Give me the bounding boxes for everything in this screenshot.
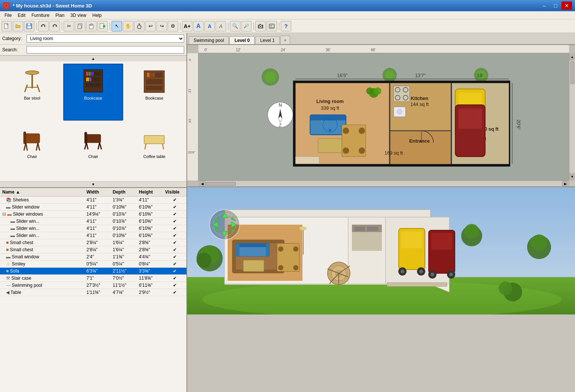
menu-plan[interactable]: Plan	[52, 12, 67, 19]
list-row-small-chest-1[interactable]: ■ Small chest 2'8¼" 1'6¼" 2'8⅝" ✔	[0, 239, 186, 246]
svg-rect-24	[270, 25, 272, 26]
svg-line-29	[37, 85, 40, 92]
search-input[interactable]	[27, 46, 184, 54]
category-select[interactable]: Living room Bedroom Kitchen Bathroom	[27, 34, 184, 43]
open-button[interactable]	[13, 21, 23, 31]
list-row-small-chest-2[interactable]: ■ Small chest 2'8¼" 1'6¼" 2'8⅝" ✔	[0, 246, 186, 253]
plan-scrollbar-h[interactable]: ◀ ▶	[198, 180, 569, 186]
plan-view: 0' 12' 24' 36' 48' 0' 12' 24' 20'6"	[187, 45, 575, 187]
scroll-down-btn[interactable]: ▼	[569, 173, 575, 180]
svg-rect-77	[390, 131, 451, 164]
row-visible-shelves[interactable]: ✔	[164, 197, 185, 203]
row-height-shelves: 4'11"	[138, 197, 164, 203]
list-row-table[interactable]: ◀ Table 1'11⅝" 4'7⅛" 2'9½" ✔	[0, 289, 186, 296]
svg-rect-37	[91, 72, 94, 76]
svg-rect-5	[28, 24, 30, 25]
measure-tool[interactable]	[134, 21, 144, 31]
list-row-swimming-pool[interactable]: — Swimming pool 27'3½" 11'1½" 6'11⅜" ✔	[0, 282, 186, 289]
zoom-in-button[interactable]: 🔍	[230, 21, 240, 31]
list-row-slider-win-3[interactable]: ▬ Slider win... 4'11" 0'10⅝" 6'10⅝" ✔	[0, 232, 186, 239]
window-controls: – □ ✕	[539, 1, 572, 10]
text-tool-4[interactable]: A	[216, 21, 226, 31]
plan-scrollbar-v[interactable]: ▲ ▼	[569, 53, 575, 180]
row-name-table: ◀ Table	[1, 289, 86, 295]
select-tool[interactable]: ↖	[112, 21, 122, 31]
list-row-stair-case[interactable]: ⚒ Stair case 7'1" 7'0½" 11'8⅜" ✔	[0, 275, 186, 282]
menu-file[interactable]: File	[1, 12, 15, 19]
close-button[interactable]: ✕	[562, 1, 572, 10]
new-button[interactable]	[1, 21, 12, 31]
scroll-left-btn[interactable]: ◀	[198, 181, 206, 186]
text-tool-1[interactable]: A+	[182, 21, 192, 31]
save-button[interactable]	[24, 21, 34, 31]
list-row-slider-windows-group[interactable]: ⊟ ▬ Slider windows 14'9⅛" 0'10⅞" 6'10⅝" …	[0, 211, 186, 218]
text-tool-3[interactable]: A	[204, 21, 215, 31]
plan-area[interactable]: N Z Living room 339 sq	[198, 53, 569, 180]
svg-line-52	[36, 143, 38, 151]
rotate-right-tool[interactable]: ↪	[156, 21, 167, 31]
pan-tool[interactable]: ✋	[123, 21, 133, 31]
scroll-right-btn[interactable]: ▶	[562, 181, 569, 186]
list-row-small-window[interactable]: ▬ Small window 2'4" 1'1⅜" 4'4¾" ✔	[0, 253, 186, 261]
minimize-button[interactable]: –	[539, 1, 550, 10]
header-height[interactable]: Height	[138, 189, 164, 195]
furniture-item-bar-stool[interactable]: Bar stool	[2, 64, 62, 121]
add-button[interactable]	[97, 21, 108, 31]
svg-rect-171	[431, 233, 452, 250]
tab-swimming-pool[interactable]: Swimming pool	[189, 36, 229, 44]
rotate3d-tool[interactable]: ⚙	[168, 21, 178, 31]
copy-button[interactable]	[75, 21, 85, 31]
scroll-thumb-h[interactable]	[206, 182, 236, 186]
header-visible[interactable]: Visible	[164, 189, 185, 195]
tab-level-1[interactable]: Level 1	[255, 36, 280, 44]
header-width[interactable]: Width	[86, 189, 112, 195]
furniture-item-chair-2[interactable]: Chair	[63, 122, 123, 179]
row-name-stair-case: ⚒ Stair case	[1, 275, 86, 281]
menu-3dview[interactable]: 3D view	[67, 12, 89, 19]
furniture-scroll-down[interactable]: ▼	[0, 181, 186, 187]
svg-point-105	[359, 128, 365, 134]
scroll-thumb-v[interactable]	[571, 61, 574, 84]
search-row: Search:	[0, 45, 186, 55]
furniture-item-coffee-table[interactable]: Coffee table	[125, 122, 184, 179]
scroll-up-btn[interactable]: ▲	[569, 53, 575, 61]
list-row-shelves[interactable]: 📚 Shelves 4'11" 1'3¾" 4'11" ✔	[0, 197, 186, 204]
view-3d[interactable]	[187, 187, 575, 314]
text-tool-2[interactable]: A	[193, 21, 204, 31]
menu-furniture[interactable]: Furniture	[28, 12, 52, 19]
svg-text:Z: Z	[279, 122, 282, 128]
rotate-left-tool[interactable]: ↩	[145, 21, 156, 31]
furniture-item-bookcase-2[interactable]: Bookcase	[125, 64, 184, 121]
svg-rect-36	[89, 72, 91, 76]
list-row-slider-win-2[interactable]: ▬ Slider win... 4'11" 0'10⅞" 6'10⅝" ✔	[0, 225, 186, 232]
tab-add[interactable]: +	[280, 36, 290, 44]
tab-level-0[interactable]: Level 0	[229, 36, 255, 44]
photo-button[interactable]	[267, 21, 277, 31]
zoom-out-button[interactable]: 🔎	[241, 21, 252, 31]
camera-button[interactable]	[255, 21, 266, 31]
furniture-item-chair-1[interactable]: Chair	[2, 122, 62, 179]
view-3d-svg	[187, 187, 575, 314]
furniture-item-bookcase-1[interactable]: Bookcase	[63, 64, 123, 121]
paste-button[interactable]	[86, 21, 97, 31]
svg-line-60	[145, 144, 146, 149]
restore-button[interactable]: □	[550, 1, 561, 10]
header-name[interactable]: Name ▲	[1, 189, 86, 195]
header-depth[interactable]: Depth	[112, 189, 138, 195]
redo-button[interactable]	[49, 21, 60, 31]
list-row-sofa[interactable]: ■ Sofa 6'3¾" 2'11½" 3'3⅜" ✔	[0, 268, 186, 275]
menu-help[interactable]: Help	[89, 12, 105, 19]
cut-button[interactable]: ✂	[64, 21, 74, 31]
list-row-smiley[interactable]: ☺ Smiley 0'5¼" 0'5¼" 0'8¼" ✔	[0, 261, 186, 268]
right-panel: Swimming pool Level 0 Level 1 + 0' 12' 2…	[187, 33, 575, 392]
list-row-slider-window[interactable]: ▬ Slider window 4'11" 0'10⅝" 6'10⅝" ✔	[0, 204, 186, 211]
menu-edit[interactable]: Edit	[15, 12, 28, 19]
svg-point-175	[449, 273, 453, 276]
list-row-slider-win-1[interactable]: ▬ Slider win... 4'11" 0'10⅞" 6'10⅝" ✔	[0, 218, 186, 225]
undo-button[interactable]	[38, 21, 49, 31]
furniture-label-chair-1: Chair	[27, 154, 37, 159]
help-button[interactable]: ?	[281, 21, 291, 31]
svg-point-114	[397, 109, 402, 114]
svg-point-150	[293, 265, 298, 270]
furniture-scroll-up[interactable]: ▲	[0, 55, 186, 61]
